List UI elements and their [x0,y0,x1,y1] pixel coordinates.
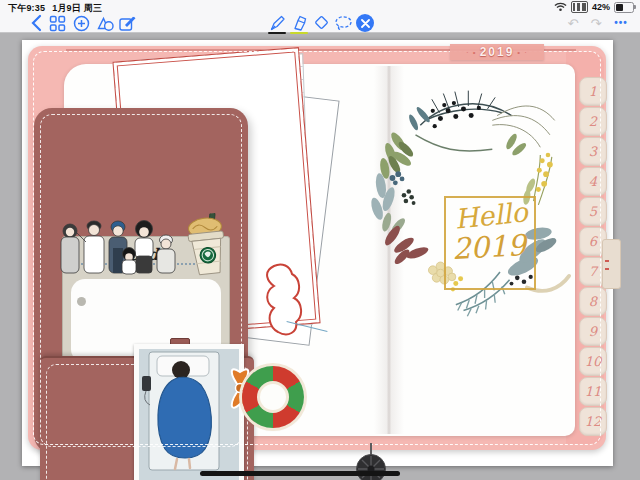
month-tab-12[interactable]: 12 [579,407,607,436]
redo-icon: ↷ [591,17,602,30]
wifi-icon [554,2,567,12]
status-right: 42% [554,2,634,12]
washi-dots-right: • · [517,48,528,57]
status-indicator-icon [571,1,588,13]
washi-dots-left: · • [466,48,477,57]
month-tab-1[interactable]: 1 [579,77,607,106]
washi-year: 2019 [480,45,515,59]
toolbar: ↶ ↷ ••• [0,13,640,32]
highlighter-color-underline [290,32,308,35]
sleeping-person-illustration [139,349,229,473]
month-tab-label: 3 [589,144,597,159]
month-tab-9[interactable]: 9 [579,317,607,346]
coffee-cup-sticker [171,211,244,284]
pen-tool-button[interactable] [266,14,288,32]
shapes-icon [96,15,114,32]
lasso-icon [334,15,353,31]
pen-color-underline [268,32,286,35]
red-scallop-sticker [264,262,306,342]
document-canvas: Hello 2019 to do [0,32,640,480]
status-bar: 下午9:351月9日 周三 42% [0,0,640,13]
shapes-button[interactable] [94,14,116,32]
month-tab-label: 6 [589,234,597,249]
todo-circle-mark [77,297,86,306]
month-tab-label: 11 [585,384,602,399]
status-date: 1月9日 周三 [52,3,102,13]
zoom-add-button[interactable] [70,14,92,32]
app-header: 下午9:351月9日 周三 42% [0,0,640,33]
month-tab-label: 5 [589,204,597,219]
eraser-tool-button[interactable] [310,14,332,32]
month-tab-label: 4 [589,174,597,189]
page-sheet[interactable]: Hello 2019 to do [22,40,613,466]
year-washi-tape: · • 2019 • · [450,44,544,60]
month-tab-label: 8 [589,294,597,309]
battery-percent: 42% [592,2,610,12]
back-chevron-icon [29,14,45,32]
bookmark-tab[interactable] [602,239,621,289]
month-tab-5[interactable]: 5 [579,197,607,226]
lasso-tool-button[interactable] [332,14,354,32]
month-tab-label: 12 [585,414,602,429]
close-edit-button[interactable] [354,14,376,32]
pocket-flap: to do [34,108,248,453]
thumbnails-button[interactable] [46,14,68,32]
month-tab-label: 10 [585,354,602,369]
month-tab-10[interactable]: 10 [579,347,607,376]
back-button[interactable] [26,14,48,32]
month-tab-8[interactable]: 8 [579,287,607,316]
month-tab-4[interactable]: 4 [579,167,607,196]
undo-button[interactable]: ↶ [562,14,584,32]
month-tab-label: 9 [589,324,597,339]
month-tab-label: 2 [589,114,597,129]
home-indicator[interactable] [200,471,400,476]
greeting-line2: 2019 [433,227,545,267]
month-tab-3[interactable]: 3 [579,137,607,166]
close-icon [356,14,374,32]
highlighter-icon [290,15,308,31]
clock: 下午9:35 [8,3,45,13]
month-tab-label: 7 [589,264,597,279]
compose-button[interactable] [116,14,138,32]
ipad-screen: 下午9:351月9日 周三 42% [0,0,640,480]
month-tab-label: 1 [589,84,597,99]
compose-icon [118,15,136,32]
red-green-wreath-sticker [242,366,304,428]
more-button[interactable]: ••• [610,14,632,32]
month-tab-11[interactable]: 11 [579,377,607,406]
more-icon: ••• [614,18,628,28]
redo-button[interactable]: ↷ [585,14,607,32]
highlighter-tool-button[interactable] [288,14,310,32]
month-tab-2[interactable]: 2 [579,107,607,136]
thumbnails-grid-icon [49,15,66,32]
pen-icon [268,15,286,31]
add-circle-icon [73,15,90,32]
eraser-icon [312,15,330,31]
planner-cover: Hello 2019 to do [28,46,606,450]
battery-icon [614,2,634,13]
undo-icon: ↶ [568,17,579,30]
